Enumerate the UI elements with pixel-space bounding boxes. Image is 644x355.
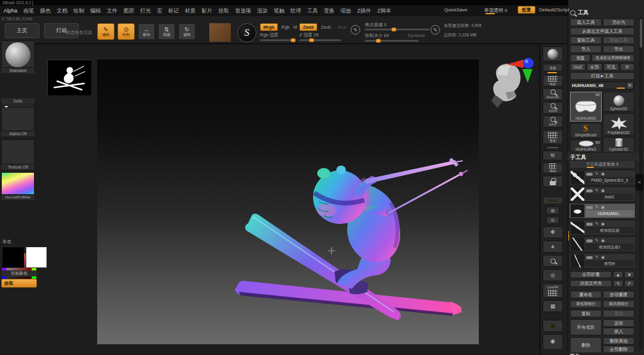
pivot-button[interactable]: ◎ bbox=[543, 269, 563, 281]
menu-item[interactable]: 灯光 bbox=[140, 7, 151, 15]
floor-grid-button[interactable]: 地面 bbox=[543, 75, 563, 86]
menu-item[interactable]: 渲染 bbox=[257, 7, 268, 15]
menu-item[interactable]: 文档 bbox=[57, 7, 67, 15]
draw-size-knob-icon[interactable]: ✎ bbox=[431, 25, 440, 35]
visibility-eye-icon[interactable] bbox=[601, 222, 605, 226]
find-button[interactable]: 查找 bbox=[603, 310, 634, 317]
frame-button[interactable]: 帧 bbox=[543, 151, 563, 160]
menu-item[interactable]: 工具 bbox=[307, 7, 318, 15]
delete-button[interactable]: 删除 bbox=[570, 337, 602, 353]
goz-button[interactable]: GoZ bbox=[570, 63, 586, 71]
zcut-button[interactable]: Zcut bbox=[338, 24, 346, 30]
auto-reorder-button[interactable]: 自动重建 bbox=[603, 291, 634, 298]
tool-thumb-polymesh3d[interactable]: PolyMesh3D bbox=[603, 113, 634, 136]
goz-r-button[interactable]: R bbox=[620, 63, 634, 71]
tool-thumb-sphere3d[interactable]: Sphere3D bbox=[603, 92, 634, 112]
subtool-count-slider[interactable]: 子工具选定数量 6 bbox=[570, 161, 634, 168]
polypaint-icon[interactable] bbox=[595, 222, 599, 226]
color-pick-button[interactable]: 拾取 bbox=[1, 279, 37, 288]
default-zscript-button[interactable]: DefaultZScript bbox=[539, 7, 569, 13]
menu-item[interactable]: Z脚本 bbox=[377, 7, 392, 15]
mode-button[interactable]: ↻ 旋转 bbox=[178, 23, 196, 40]
subtool-slider-pill[interactable] bbox=[586, 206, 593, 209]
subtool-slider-pill[interactable] bbox=[586, 223, 593, 226]
document-viewport[interactable] bbox=[97, 60, 479, 344]
visibility-eye-icon[interactable] bbox=[601, 188, 605, 193]
del-higher-subdiv-button[interactable]: 最高级细分 bbox=[603, 300, 634, 308]
main-color-swatch[interactable] bbox=[2, 247, 24, 268]
rgb-intensity-dot[interactable] bbox=[290, 38, 296, 42]
menu-item[interactable]: 标记 bbox=[168, 7, 179, 15]
visibility-eye-icon[interactable] bbox=[601, 205, 605, 210]
make-polymesh3d-button[interactable]: 生成多边形网格物体 bbox=[592, 54, 634, 62]
rename-button[interactable]: 重命名 bbox=[570, 291, 602, 298]
seams-button[interactable]: ▦ bbox=[543, 300, 563, 312]
tool-r-chip[interactable]: R bbox=[626, 82, 634, 89]
current-tool-slider-dot[interactable] bbox=[617, 88, 625, 89]
mode-button[interactable]: ✎ 编辑 bbox=[97, 23, 114, 40]
load-recent-tool-button[interactable]: 从最近文件载入工具 bbox=[570, 27, 634, 35]
polypaint-icon[interactable] bbox=[595, 172, 599, 176]
draw-size-slider[interactable] bbox=[365, 40, 419, 42]
subtool-slider-pill[interactable] bbox=[586, 189, 593, 192]
quicksave-button[interactable]: QuickSave bbox=[444, 7, 467, 13]
tool-thumb-huihuang-small[interactable]: 3D HUIHUANG bbox=[570, 139, 602, 152]
visibility-eye-icon[interactable] bbox=[601, 255, 605, 260]
menu-item[interactable]: Z插件 bbox=[357, 7, 371, 15]
tool-thumb-simplebrush[interactable]: S SimpleBrush bbox=[570, 123, 602, 138]
polypaint-icon[interactable] bbox=[595, 238, 599, 243]
current-brush-thumbnail[interactable] bbox=[1, 41, 35, 68]
actual-size-button[interactable]: 100% bbox=[543, 102, 563, 114]
ghost-button[interactable]: ◎ bbox=[546, 216, 559, 224]
prev-subtool-button[interactable]: ↰ bbox=[613, 280, 623, 287]
menu-item[interactable]: 材质 bbox=[185, 7, 196, 15]
solo-button[interactable]: Solo bbox=[543, 197, 563, 204]
dynamic-toggle[interactable]: Dynamic bbox=[408, 33, 425, 38]
zadd-button[interactable]: Zadd bbox=[299, 23, 317, 31]
zsub-button[interactable]: Zsub bbox=[321, 24, 331, 30]
linefill-button[interactable]: LineFM bbox=[543, 284, 563, 298]
polypaint-icon[interactable] bbox=[595, 188, 599, 193]
skier-3d-model[interactable] bbox=[97, 60, 479, 344]
current-material-swatch[interactable] bbox=[209, 23, 231, 42]
copy-tool-button[interactable]: 复制工具 bbox=[570, 36, 602, 44]
switch-color-label[interactable]: 切换颜色 bbox=[1, 270, 37, 276]
menu-item[interactable]: 笔触 bbox=[274, 7, 284, 15]
subtool-row[interactable]: HUIHUANG... bbox=[569, 203, 636, 219]
secondary-color-swatch[interactable] bbox=[26, 247, 47, 268]
insert-button[interactable]: 插入 bbox=[603, 328, 634, 335]
dock-scrollbar-thumb[interactable] bbox=[640, 19, 642, 48]
polypaint-icon[interactable] bbox=[595, 255, 599, 260]
visibility-eye-icon[interactable] bbox=[601, 238, 605, 243]
perspective-button[interactable]: 透视 bbox=[543, 64, 563, 71]
subtool-count-dot[interactable] bbox=[587, 167, 594, 168]
goz-visible-button[interactable]: 可见 bbox=[603, 63, 619, 71]
menu-item[interactable]: 缩放 bbox=[340, 7, 351, 15]
polypaint-icon[interactable] bbox=[595, 205, 599, 210]
menu-item[interactable]: 影片 bbox=[202, 7, 212, 15]
z-intensity-dot[interactable] bbox=[309, 38, 314, 42]
import-button[interactable]: 导入 bbox=[570, 45, 602, 53]
opacity-slider-dot[interactable] bbox=[485, 13, 495, 14]
axis-gizmo[interactable] bbox=[506, 55, 539, 83]
focal-shift-dot[interactable] bbox=[391, 27, 397, 32]
transparency-button[interactable]: ◍ bbox=[546, 207, 559, 214]
split-section-header[interactable]: 拆分 bbox=[570, 353, 580, 355]
subtool-slider-pill[interactable] bbox=[586, 256, 593, 259]
move-down-button[interactable]: ▼ bbox=[624, 271, 634, 278]
zoom3d-button[interactable]: Zoom3D bbox=[543, 88, 563, 100]
lightbox-tools-button[interactable]: 灯箱►工具 bbox=[570, 72, 634, 80]
aa-half-button[interactable]: AA半 bbox=[543, 116, 563, 127]
menu-item[interactable]: 编辑 bbox=[90, 7, 101, 15]
rgb-button[interactable]: Rgb bbox=[281, 24, 290, 30]
tool-thumb-cylinder3d[interactable]: Cylinder3D bbox=[603, 137, 634, 152]
menu-item[interactable]: 颜色 bbox=[40, 7, 51, 15]
all-low-button[interactable]: 所有低阶 bbox=[570, 319, 602, 335]
lock-button[interactable] bbox=[543, 176, 563, 187]
view-grid-button[interactable]: 查看 bbox=[543, 130, 563, 144]
mode-button[interactable]: ⇅ 缩放 bbox=[158, 23, 175, 40]
m-button[interactable]: M bbox=[293, 24, 297, 30]
browse-folder-button[interactable]: 浏览文件夹 bbox=[570, 280, 612, 287]
focal-shift-slider[interactable] bbox=[365, 29, 429, 30]
menu-item[interactable]: 宏 bbox=[157, 7, 162, 15]
